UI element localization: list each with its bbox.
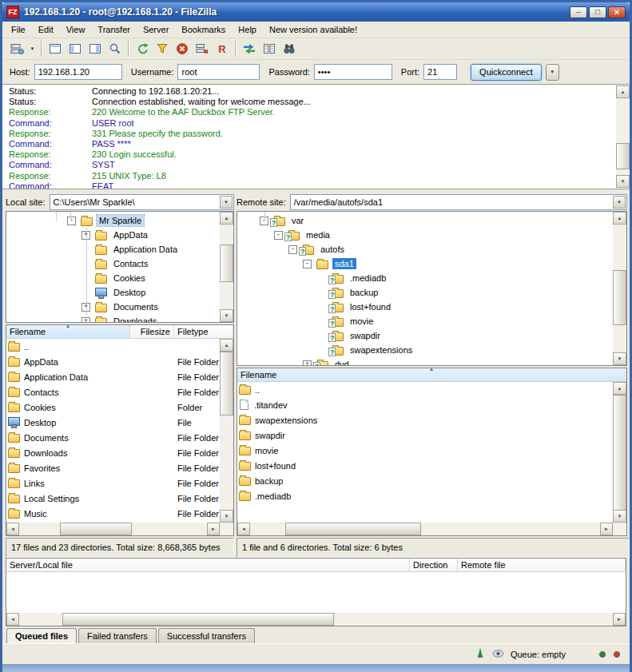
file-row[interactable]: Application DataFile Folder	[6, 369, 233, 384]
column-header-filename[interactable]: Filename	[237, 368, 626, 381]
username-input[interactable]	[177, 64, 260, 80]
column-header-server-local-file[interactable]: Server/Local file	[6, 559, 410, 571]
scroll-up-icon[interactable]	[220, 212, 233, 225]
menu-item-bookmarks[interactable]: Bookmarks	[175, 22, 232, 37]
expand-toggle-icon[interactable]: +	[81, 317, 90, 324]
collapse-toggle-icon[interactable]: -	[67, 217, 76, 225]
scroll-up-icon[interactable]	[613, 212, 626, 225]
reconnect-button[interactable]: R	[212, 40, 232, 58]
tree-item-mr-sparkle[interactable]: - Mr Sparkle	[6, 213, 233, 228]
scrollbar-thumb[interactable]	[613, 270, 626, 325]
tree-item-swapextensions[interactable]: swapextensions	[237, 343, 626, 357]
scrollbar-thumb[interactable]	[220, 352, 233, 416]
minimize-button[interactable]	[570, 6, 587, 18]
scrollbar-thumb[interactable]	[616, 143, 630, 169]
collapse-toggle-icon[interactable]: -	[274, 231, 283, 240]
file-row[interactable]: ContactsFile Folder	[6, 384, 233, 400]
column-header-direction[interactable]: Direction	[410, 559, 458, 571]
remote-site-combobox[interactable]: /var/media/autofs/sda1	[290, 194, 627, 210]
quickconnect-button[interactable]: Quickconnect	[471, 64, 542, 81]
column-header-filetype[interactable]: Filetype	[174, 325, 233, 338]
menu-item-server[interactable]: Server	[137, 22, 175, 37]
file-row[interactable]: LinksFile Folder	[6, 475, 233, 491]
site-manager-dropdown-icon[interactable]	[27, 40, 38, 58]
cancel-button[interactable]	[172, 40, 192, 58]
scrollbar-thumb[interactable]	[285, 523, 421, 535]
file-row[interactable]: ..	[6, 339, 233, 354]
tree-item-appdata[interactable]: + AppData	[6, 228, 233, 242]
collapse-toggle-icon[interactable]: -	[288, 245, 297, 254]
tree-item-dvd[interactable]: + dvd	[237, 357, 626, 366]
file-row[interactable]: backup	[237, 473, 626, 488]
file-row[interactable]: .titandev	[237, 397, 626, 412]
file-row[interactable]: lost+found	[237, 458, 626, 473]
menu-item-new-version[interactable]: New version available!	[263, 22, 364, 37]
tree-item-movie[interactable]: movie	[237, 314, 626, 328]
column-header-filesize[interactable]: Filesize	[130, 325, 174, 338]
quickconnect-dropdown-icon[interactable]	[546, 64, 559, 81]
remote-list-scrollbar[interactable]	[613, 382, 626, 523]
scroll-right-icon[interactable]	[600, 523, 613, 535]
file-row[interactable]: MusicFile Folder	[6, 506, 233, 521]
tree-item-documents[interactable]: + Documents	[6, 300, 233, 314]
tree-item-contacts[interactable]: Contacts	[6, 256, 233, 271]
filter-button[interactable]	[152, 40, 172, 58]
file-row[interactable]: CookiesFolder	[6, 400, 233, 415]
local-tree-scrollbar[interactable]	[220, 212, 233, 322]
scroll-left-icon[interactable]	[6, 613, 19, 626]
queue-hscrollbar[interactable]	[6, 613, 626, 626]
tree-item-desktop[interactable]: Desktop	[6, 285, 233, 300]
menu-item-view[interactable]: View	[60, 22, 92, 37]
tree-item-downloads[interactable]: + Downloads	[6, 314, 233, 323]
scrollbar-thumb[interactable]	[613, 395, 626, 511]
scroll-left-icon[interactable]	[6, 523, 19, 535]
file-row[interactable]: .mediadb	[237, 488, 626, 503]
tree-item-mediadb[interactable]: .mediadb	[237, 271, 626, 285]
menu-item-help[interactable]: Help	[232, 22, 263, 37]
remote-list-hscrollbar[interactable]	[237, 523, 613, 535]
scroll-up-icon[interactable]	[220, 339, 233, 352]
toggle-local-tree-button[interactable]	[65, 40, 85, 58]
close-button[interactable]	[608, 6, 626, 18]
file-row[interactable]: AppDataFile Folder	[6, 354, 233, 369]
file-row[interactable]: DesktopFile	[6, 415, 233, 430]
file-row[interactable]: ..	[237, 382, 626, 397]
menu-item-edit[interactable]: Edit	[32, 22, 60, 37]
scroll-down-icon[interactable]	[616, 175, 630, 188]
column-header-filename[interactable]: Filename	[6, 325, 130, 338]
scroll-right-icon[interactable]	[207, 523, 220, 535]
file-row[interactable]: movie	[237, 443, 626, 458]
remote-tree-scrollbar[interactable]	[613, 212, 626, 365]
file-row[interactable]: swapdir	[237, 427, 626, 443]
tree-item-swapdir[interactable]: swapdir	[237, 328, 626, 343]
tree-item-application-data[interactable]: Application Data	[6, 242, 233, 256]
file-row[interactable]: FavoritesFile Folder	[6, 460, 233, 475]
password-input[interactable]	[314, 64, 392, 80]
scrollbar-thumb[interactable]	[220, 245, 233, 282]
tree-item-autofs[interactable]: - autofs	[237, 242, 626, 256]
tree-item-lost-found[interactable]: lost+found	[237, 300, 626, 314]
file-row[interactable]: DocumentsFile Folder	[6, 430, 233, 445]
tree-item-cookies[interactable]: Cookies	[6, 271, 233, 285]
scroll-left-icon[interactable]	[237, 523, 250, 535]
scroll-up-icon[interactable]	[616, 85, 630, 98]
scroll-down-icon[interactable]	[613, 510, 626, 523]
local-site-combobox[interactable]: C:\Users\Mr Sparkle\	[50, 194, 234, 210]
site-manager-button[interactable]	[7, 40, 27, 58]
menu-item-file[interactable]: File	[5, 22, 32, 37]
file-row[interactable]: Local SettingsFile Folder	[6, 491, 233, 506]
eye-icon[interactable]	[492, 647, 504, 662]
host-input[interactable]	[34, 64, 122, 80]
filezilla-logo-icon[interactable]: FZ	[6, 6, 19, 18]
scroll-down-icon[interactable]	[220, 510, 233, 523]
scroll-up-icon[interactable]	[613, 382, 626, 395]
tree-item-media[interactable]: - media	[237, 228, 626, 242]
expand-toggle-icon[interactable]: +	[303, 360, 312, 367]
local-list-scrollbar[interactable]	[220, 339, 233, 523]
refresh-button[interactable]	[132, 40, 152, 58]
tab-successful-transfers[interactable]: Successful transfers	[158, 628, 255, 643]
scrollbar-thumb[interactable]	[62, 613, 334, 626]
tab-failed-transfers[interactable]: Failed transfers	[78, 628, 157, 643]
scrollbar-thumb[interactable]	[60, 523, 132, 535]
tree-item-sda1[interactable]: - sda1	[237, 256, 626, 271]
